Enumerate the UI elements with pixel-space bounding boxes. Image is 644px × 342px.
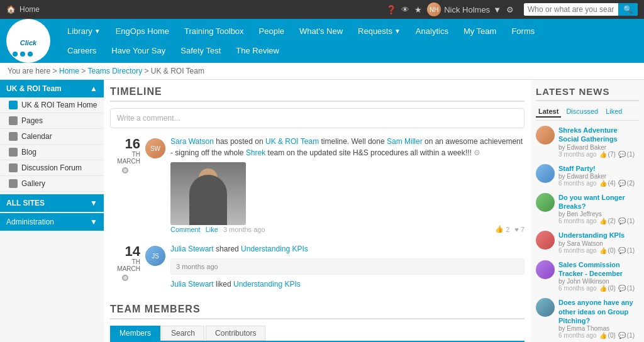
news-item-5-title[interactable]: Sales Commission Tracker - December	[558, 260, 639, 279]
timeline-date-2: 14 th March	[110, 243, 140, 294]
news-6-comments: 💬 (1)	[618, 332, 635, 339]
breadcrumb-teams[interactable]: Teams Directory	[87, 67, 142, 75]
news-item-1-body: Shreks Adventure Social Gatherings by Ed…	[558, 126, 639, 158]
top-bar: 🏠 Home ❓ 👁 ★ NH Nick Holmes ▼ ⚙ 🔍	[0, 0, 644, 19]
search-button[interactable]: 🔍	[618, 3, 638, 16]
like-link[interactable]: Like	[206, 226, 218, 233]
news-item-2-meta: 6 months ago 👍 (4) 💬 (2)	[558, 180, 639, 187]
nav-my-team[interactable]: My Team	[456, 21, 504, 41]
chevron-down-icon-2: ▼	[394, 28, 401, 35]
nav-engops[interactable]: EngOps Home	[108, 21, 177, 41]
news-1-likes: 👍 (7)	[599, 151, 616, 158]
news-item-5-meta: 6 months ago 👍 (0) 💬 (1)	[558, 285, 639, 292]
search-input[interactable]	[524, 3, 618, 16]
comment-input[interactable]: Write a comment...	[110, 108, 525, 128]
question-icon[interactable]: ❓	[386, 5, 396, 14]
settings-icon[interactable]: ⚙	[506, 5, 514, 14]
entry2-body: Julia Stewart shared Understanding KPIs …	[170, 243, 525, 294]
breadcrumb: You are here > Home > Teams Directory > …	[0, 63, 644, 80]
nav-careers[interactable]: Careers	[60, 41, 104, 60]
tab-contributors[interactable]: Contributors	[206, 326, 265, 341]
breadcrumb-current: UK & ROI Team	[151, 67, 204, 75]
news-2-comments: 💬 (2)	[618, 180, 635, 187]
sidebar-all-sites-header[interactable]: ALL SITES ▼	[0, 194, 104, 212]
nav-people[interactable]: People	[252, 21, 292, 41]
search-bar: 🔍	[524, 3, 638, 16]
timeline-month-1: th March	[110, 151, 140, 165]
person-silhouette	[189, 175, 227, 225]
news-tab-discussed[interactable]: Discussed	[564, 106, 601, 118]
main-content: TIMELINE Write a comment... 16 th March …	[104, 80, 531, 342]
sidebar-item-calendar[interactable]: Calendar	[0, 129, 104, 145]
news-6-reactions: 👍 (0) 💬 (1)	[599, 332, 635, 339]
timeline-day-1: 16	[110, 137, 140, 151]
sidebar-item-blog[interactable]: Blog	[0, 145, 104, 160]
news-item-3: Do you want Longer Breaks? by Ben Jeffre…	[536, 193, 639, 225]
nav-training[interactable]: Training Toolbox	[177, 21, 252, 41]
news-item-4-meta: 6 months ago 👍 (0) 💬 (1)	[558, 247, 639, 254]
news-item-1-meta: 3 months ago 👍 (7) 💬 (1)	[558, 151, 639, 158]
comment-link[interactable]: Comment	[170, 226, 201, 233]
sidebar-item-forum-label: Discussion Forum	[21, 163, 82, 172]
entry1-author-link[interactable]: Sara Watson	[170, 137, 214, 146]
entry1-thumb-count: 👍 2	[495, 225, 509, 233]
breadcrumb-home[interactable]: Home	[59, 67, 79, 75]
nav-row-2: Careers Have Your Say Safety Test The Re…	[60, 41, 638, 60]
sidebar-item-gallery[interactable]: Gallery	[0, 176, 104, 192]
news-item-3-title[interactable]: Do you want Longer Breaks?	[558, 193, 639, 211]
nav-safety-test[interactable]: Safety Test	[173, 41, 228, 60]
sidebar-item-pages-label: Pages	[21, 116, 43, 125]
sidebar-item-home[interactable]: UK & ROI Team Home	[0, 97, 104, 113]
news-avatar-4	[536, 231, 555, 250]
sidebar-item-pages[interactable]: Pages	[0, 113, 104, 129]
tab-members[interactable]: Members	[110, 326, 160, 341]
user-menu[interactable]: NH Nick Holmes ▼	[427, 3, 501, 16]
news-item-1-title[interactable]: Shreks Adventure Social Gatherings	[558, 126, 639, 144]
news-5-likes: 👍 (0)	[599, 285, 616, 292]
news-item-4-title[interactable]: Understanding KPIs	[558, 231, 639, 240]
news-2-time: 6 months ago	[558, 180, 597, 187]
news-item-5: Sales Commission Tracker - December by J…	[536, 260, 639, 292]
home-link[interactable]: Home	[19, 5, 40, 14]
entry2-kpis-link-2[interactable]: Understanding KPIs	[233, 280, 301, 289]
entry2-author-link[interactable]: Julia Stewart	[170, 245, 214, 253]
nav-have-your-say[interactable]: Have Your Say	[104, 41, 173, 60]
sidebar-item-forum[interactable]: Discussion Forum	[0, 160, 104, 176]
timeline-day-2: 14	[110, 245, 140, 258]
sidebar-admin[interactable]: Administration ▼	[0, 213, 104, 231]
nav-forms[interactable]: Forms	[504, 21, 542, 41]
user-name: Nick Holmes	[444, 5, 490, 14]
news-item-2-title[interactable]: Staff Party!	[558, 164, 639, 173]
entry1-gear-icon: ⚙	[474, 148, 480, 157]
news-2-likes: 👍 (4)	[599, 180, 616, 187]
news-item-2-body: Staff Party! by Edward Baker 6 months ag…	[558, 164, 639, 187]
news-item-3-meta: 6 months ago 👍 (2) 💬 (1)	[558, 218, 639, 224]
nav-the-review[interactable]: The Review	[228, 41, 287, 60]
nav-analytics[interactable]: Analytics	[408, 21, 456, 41]
timeline-title: TIMELINE	[110, 86, 525, 102]
news-avatar-1	[536, 126, 555, 145]
entry1-person-link[interactable]: Sam Miller	[387, 137, 423, 146]
entry1-team-link[interactable]: UK & ROI Team	[265, 137, 319, 146]
news-item-6: Does anyone have any other ideas on Grou…	[536, 298, 639, 339]
entry1-shrek-link[interactable]: Shrek	[246, 148, 265, 157]
sidebar-admin-label: Administration	[6, 218, 54, 226]
navigation: Library ▼ EngOps Home Training Toolbox P…	[60, 21, 638, 60]
team-members-title: TEAM MEMBERS	[110, 304, 525, 319]
news-tab-liked[interactable]: Liked	[603, 106, 625, 118]
star-icon[interactable]: ★	[414, 5, 422, 14]
news-item-6-title[interactable]: Does anyone have any other ideas on Grou…	[558, 298, 639, 325]
tab-search[interactable]: Search	[162, 326, 204, 341]
nav-library[interactable]: Library ▼	[60, 21, 108, 41]
entry2-author-link-2[interactable]: Julia Stewart	[170, 280, 214, 289]
news-3-time: 6 months ago	[558, 218, 597, 224]
sidebar-team-header[interactable]: UK & ROI Team ▲	[0, 80, 104, 97]
eye-icon[interactable]: 👁	[401, 5, 409, 14]
nav-whats-new[interactable]: What's New	[292, 21, 350, 41]
news-tab-latest[interactable]: Latest	[536, 106, 561, 118]
nav-requests[interactable]: Requests ▼	[350, 21, 408, 41]
logo[interactable]: Click	[6, 19, 50, 63]
main-layout: UK & ROI Team ▲ UK & ROI Team Home Pages…	[0, 80, 644, 342]
entry2-kpis-link[interactable]: Understanding KPIs	[241, 245, 308, 253]
entry2-avatar: JS	[145, 246, 165, 266]
